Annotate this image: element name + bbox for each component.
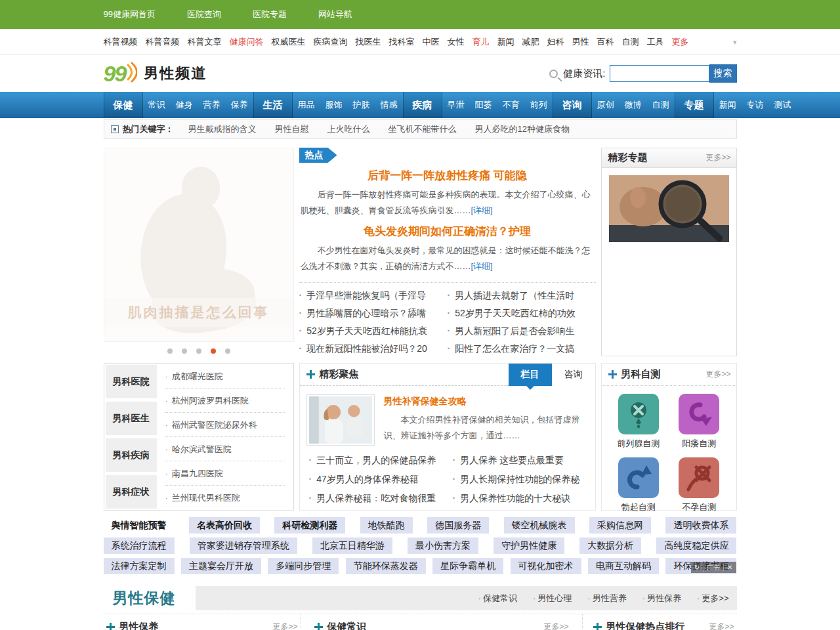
article-link[interactable]: 现在新冠阳性能被治好吗？20 bbox=[299, 340, 448, 358]
tab-consult[interactable]: 咨询 bbox=[552, 364, 595, 386]
article-link[interactable]: 男性舔嘴唇的心理暗示？舔嘴 bbox=[299, 304, 448, 322]
self-test-infertility[interactable]: 不孕自测 bbox=[679, 457, 719, 513]
detail-link[interactable]: [详细] bbox=[471, 261, 493, 271]
nav-link[interactable]: 生活 bbox=[253, 92, 293, 118]
subnav-link[interactable]: 权威医生 bbox=[272, 36, 306, 48]
nav-link[interactable]: 疾病 bbox=[403, 92, 442, 118]
carousel-dot[interactable] bbox=[225, 348, 230, 354]
tag-link[interactable]: 可视化加密术 bbox=[511, 558, 581, 574]
tag-link[interactable]: 地铁酷跑 bbox=[360, 517, 413, 534]
subnav-link[interactable]: 找医生 bbox=[356, 36, 381, 48]
keyword-link[interactable]: 男生戴戒指的含义 bbox=[188, 123, 257, 135]
tag-link[interactable]: 采购信息网 bbox=[589, 517, 651, 534]
tag-link[interactable]: 系统治疗流程 bbox=[104, 537, 175, 554]
andrology-tab[interactable]: 男科症状 bbox=[106, 475, 157, 509]
tag-link[interactable]: 大数据分析 bbox=[579, 537, 641, 554]
hospital-link[interactable]: 哈尔滨武警医院 bbox=[165, 437, 285, 461]
tag-link[interactable]: 管家婆进销存管理系统 bbox=[190, 537, 297, 554]
carousel-image[interactable]: 肌肉抽搐是怎么回事 bbox=[104, 148, 294, 342]
more-link[interactable]: 更多>> bbox=[272, 621, 297, 630]
andrology-tab[interactable]: 男科医生 bbox=[106, 402, 157, 435]
ad-refresh-icon[interactable]: ↻ bbox=[691, 564, 703, 571]
subnav-link[interactable]: 找科室 bbox=[389, 36, 415, 48]
self-test-impotence[interactable]: 阳痿自测 bbox=[679, 394, 719, 450]
nav-link[interactable]: 保健 bbox=[104, 92, 143, 118]
subnav-link[interactable]: 减肥 bbox=[522, 36, 539, 48]
tag-link[interactable]: 名表高价回收 bbox=[189, 517, 260, 534]
nav-link[interactable]: 前列 bbox=[525, 92, 553, 118]
topic-photo[interactable] bbox=[609, 175, 729, 242]
article-link[interactable]: 手淫早些泄能恢复吗（手淫导 bbox=[299, 287, 448, 304]
tag-link[interactable]: 主题宴会厅开放 bbox=[181, 558, 261, 574]
chevron-down-icon[interactable]: ▾ bbox=[733, 38, 737, 47]
article-link[interactable]: 三十而立，男人的保健品保养 bbox=[304, 451, 448, 470]
tag-link[interactable]: 星际争霸单机 bbox=[432, 558, 503, 574]
subnav-link[interactable]: 新闻 bbox=[497, 36, 514, 48]
topbar-link[interactable]: 医院查询 bbox=[187, 9, 221, 20]
topbar-link[interactable]: 网站导航 bbox=[318, 9, 352, 20]
subnav-link[interactable]: 疾病查询 bbox=[314, 36, 348, 48]
subnav-link[interactable]: 百科 bbox=[597, 36, 614, 48]
more-link[interactable]: 更多>> bbox=[709, 621, 734, 630]
hospital-link[interactable]: 福州武警医院泌尿外科 bbox=[165, 413, 285, 437]
ad-close-icon[interactable]: ✕ bbox=[723, 564, 736, 571]
section-more-link[interactable]: 更多>> bbox=[697, 593, 729, 604]
article-link[interactable]: 52岁男子天天吃西红柿的功效 bbox=[448, 304, 596, 322]
detail-link[interactable]: [详细] bbox=[471, 205, 493, 215]
tag-link[interactable]: 法律方案定制 bbox=[104, 558, 175, 574]
tab-column[interactable]: 栏目 bbox=[509, 364, 552, 386]
search-input[interactable] bbox=[610, 65, 709, 82]
section-sublink[interactable]: 男性心理 bbox=[533, 593, 572, 604]
more-link[interactable]: 更多>> bbox=[543, 621, 568, 630]
feature-title-link[interactable]: 男性补肾保健全攻略 bbox=[384, 396, 589, 408]
nav-link[interactable]: 测试 bbox=[769, 92, 797, 118]
self-test-more-link[interactable]: 更多>> bbox=[705, 369, 730, 380]
subnav-link[interactable]: 科普文章 bbox=[188, 36, 222, 48]
carousel-dot[interactable] bbox=[182, 348, 187, 354]
article-link[interactable]: 男人长期保持性功能的保养秘 bbox=[448, 470, 591, 489]
keyword-link[interactable]: 上火吃什么 bbox=[327, 123, 370, 135]
nav-link[interactable]: 情感 bbox=[375, 92, 403, 118]
tag-link[interactable]: 德国服务器 bbox=[427, 517, 489, 534]
hospital-link[interactable]: 兰州现代男科医院 bbox=[165, 486, 285, 510]
hospital-link[interactable]: 南昌九四医院 bbox=[165, 461, 285, 486]
subnav-link[interactable]: 妇科 bbox=[547, 36, 564, 48]
topbar-link[interactable]: 医院专题 bbox=[253, 9, 287, 20]
nav-link[interactable]: 服饰 bbox=[320, 92, 348, 118]
article-link[interactable]: 男人插进去就射了（性生活时 bbox=[448, 287, 596, 304]
article-link[interactable]: 男人保养性功能的十大秘诀 bbox=[448, 489, 591, 508]
nav-link[interactable]: 自测 bbox=[647, 92, 675, 118]
tag-link[interactable]: 科研检测利器 bbox=[274, 517, 345, 534]
subnav-link[interactable]: 工具 bbox=[647, 36, 664, 48]
tag-link[interactable]: 多端同步管理 bbox=[268, 558, 339, 574]
subnav-link[interactable]: 科普视频 bbox=[104, 36, 138, 48]
article-link[interactable]: 男人新冠阳了后是否会影响生 bbox=[448, 322, 596, 340]
article-title-link[interactable]: 后背一阵一阵放射性疼痛 可能隐 bbox=[299, 168, 596, 183]
tag-link[interactable]: 电商互动解码 bbox=[588, 558, 659, 574]
nav-link[interactable]: 保养 bbox=[226, 92, 253, 118]
article-link[interactable]: 男人保养 这些要点最重要 bbox=[448, 451, 591, 470]
tag-link[interactable]: 最小伤害方案 bbox=[408, 537, 478, 554]
article-link[interactable]: 47岁男人的身体保养秘籍 bbox=[304, 470, 448, 489]
hospital-link[interactable]: 成都曙光医院 bbox=[165, 364, 285, 388]
section-sublink[interactable]: 男性保养 bbox=[642, 593, 681, 604]
andrology-tab[interactable]: 男科疾病 bbox=[106, 438, 157, 472]
carousel-dot[interactable] bbox=[196, 348, 201, 354]
hospital-link[interactable]: 杭州阿波罗男科医院 bbox=[165, 388, 285, 413]
nav-link[interactable]: 常识 bbox=[143, 92, 171, 118]
article-link[interactable]: 男人保养秘籍：吃对食物很重 bbox=[304, 489, 448, 508]
nav-link[interactable]: 用品 bbox=[293, 92, 320, 118]
site-logo[interactable]: 99 男性频道 bbox=[104, 62, 207, 85]
search-button[interactable]: 搜索 bbox=[709, 64, 737, 83]
nav-link[interactable]: 阳萎 bbox=[470, 92, 497, 118]
section-sublink[interactable]: 男性营养 bbox=[587, 593, 626, 604]
carousel-dot[interactable] bbox=[167, 348, 173, 354]
tag-link[interactable]: 高纯度稳定供应 bbox=[656, 537, 736, 554]
keyword-link[interactable]: 男性自慰 bbox=[275, 123, 309, 135]
tag-link[interactable]: 北京五日精华游 bbox=[312, 537, 392, 554]
nav-link[interactable]: 微博 bbox=[620, 92, 647, 118]
article-link[interactable]: 52岁男子天天吃西红柿能抗衰 bbox=[299, 322, 448, 340]
nav-link[interactable]: 健身 bbox=[171, 92, 198, 118]
subnav-link[interactable]: 女性 bbox=[448, 36, 465, 48]
tag-link[interactable]: 透明收费体系 bbox=[665, 517, 736, 534]
